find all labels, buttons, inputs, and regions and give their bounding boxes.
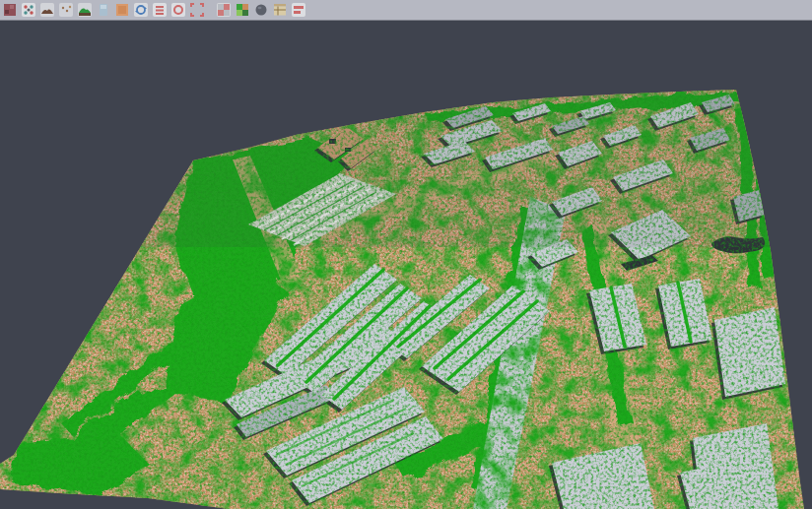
gray-sphere-icon[interactable]	[253, 3, 268, 18]
green-hill-icon[interactable]	[77, 3, 92, 18]
red-ring-icon[interactable]	[170, 3, 185, 18]
viewport-3d[interactable]	[0, 21, 812, 509]
checker-grid-icon[interactable]	[216, 3, 231, 18]
brown-hill-icon[interactable]	[39, 3, 54, 18]
red-crop-icon[interactable]	[189, 3, 204, 18]
blue-panel-icon[interactable]	[96, 3, 110, 18]
toolbar	[0, 0, 812, 21]
orange-square-icon[interactable]	[114, 3, 129, 18]
maroon-tile-icon[interactable]	[2, 3, 17, 18]
dotted-ground-icon[interactable]	[58, 3, 73, 18]
application-window	[0, 0, 812, 509]
classification-map-icon[interactable]	[235, 3, 249, 18]
red-lines-icon[interactable]	[152, 3, 167, 18]
blue-orbit-icon[interactable]	[133, 3, 148, 18]
red-bars-icon[interactable]	[291, 3, 305, 18]
tan-table-icon[interactable]	[272, 3, 287, 18]
scatter-points-icon[interactable]	[21, 3, 35, 18]
